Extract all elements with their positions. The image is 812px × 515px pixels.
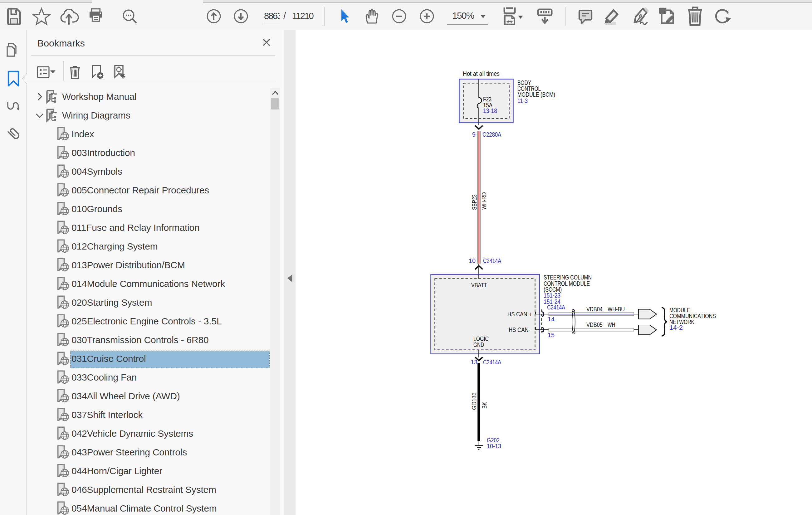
svg-text:15: 15: [548, 331, 555, 338]
svg-text:VDB05: VDB05: [586, 321, 603, 328]
svg-text:HS CAN -: HS CAN -: [509, 326, 532, 333]
svg-text:C2414A: C2414A: [483, 358, 501, 366]
svg-text:HS CAN +: HS CAN +: [508, 310, 532, 317]
svg-text:10-13: 10-13: [487, 442, 501, 450]
svg-text:13: 13: [471, 358, 477, 366]
svg-text:WH-RD: WH-RD: [480, 192, 488, 210]
svg-text:VBATT: VBATT: [471, 281, 487, 289]
svg-text:151-24: 151-24: [544, 298, 560, 305]
svg-text:BK: BK: [481, 402, 488, 408]
svg-text:13-18: 13-18: [483, 107, 497, 114]
svg-text:Hot at all times: Hot at all times: [463, 70, 500, 77]
svg-text:14: 14: [548, 315, 555, 323]
svg-text:WH-BU: WH-BU: [608, 305, 625, 312]
svg-text:9: 9: [472, 131, 475, 138]
svg-text:14-2: 14-2: [669, 324, 683, 331]
svg-text:C2414A: C2414A: [483, 257, 501, 264]
svg-text:10: 10: [469, 257, 475, 264]
svg-text:C2280A: C2280A: [483, 131, 501, 138]
svg-text:SBP23: SBP23: [471, 194, 478, 210]
svg-text:WH: WH: [608, 321, 615, 328]
svg-text:GND: GND: [473, 341, 484, 348]
svg-text:GD133: GD133: [470, 392, 477, 410]
svg-text:11-3: 11-3: [517, 97, 528, 104]
svg-text:VDB04: VDB04: [586, 305, 603, 312]
